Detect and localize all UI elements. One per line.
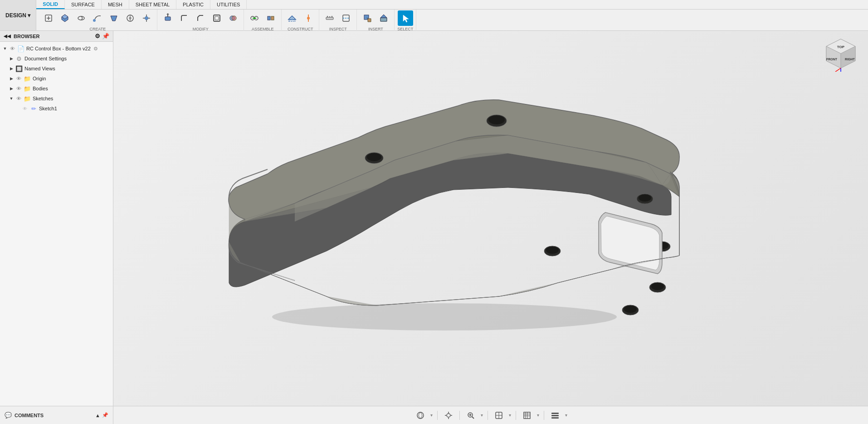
tree-item-root[interactable]: ▼ 👁 📄 RC Control Box - Bottom v22 ⚙	[0, 44, 113, 54]
tree-item-sketches[interactable]: ▼ 👁 📁 Sketches	[0, 94, 113, 104]
display-mode-btn[interactable]	[493, 409, 505, 422]
toolbar-tabs: SOLID SURFACE MESH SHEET METAL PLASTIC U…	[36, 0, 868, 30]
combine-btn[interactable]	[225, 10, 241, 26]
loft-btn[interactable]	[106, 10, 122, 26]
grid-btn[interactable]	[521, 409, 533, 422]
sketches-eye[interactable]: 👁	[15, 95, 22, 102]
bodies-folder-icon: 📁	[24, 85, 31, 92]
separator1	[437, 411, 438, 420]
doc-settings-arrow: ▶	[8, 55, 15, 62]
comments-pin-icon[interactable]: 📌	[102, 412, 108, 418]
insert-mesh-btn[interactable]	[376, 10, 391, 26]
sketches-label: Sketches	[33, 96, 53, 101]
named-views-arrow: ▶	[8, 65, 15, 72]
svg-point-49	[639, 194, 651, 202]
svg-text:FRONT: FRONT	[826, 58, 838, 61]
press-pull-btn[interactable]	[160, 10, 176, 26]
sketches-folder-icon: 📁	[24, 95, 31, 102]
svg-point-45	[488, 115, 505, 124]
svg-point-5	[78, 16, 84, 20]
svg-point-11	[145, 16, 148, 20]
as-built-joint-btn[interactable]	[263, 10, 278, 26]
section-analysis-btn[interactable]	[338, 10, 354, 26]
svg-point-43	[272, 303, 617, 330]
construct-axis-btn[interactable]	[301, 10, 316, 26]
browser-settings-icon[interactable]: ⚙	[95, 33, 100, 39]
select-btn[interactable]	[398, 10, 413, 26]
orbit-btn[interactable]	[414, 409, 427, 422]
tree-item-bodies[interactable]: ▶ 👁 📁 Bodies	[0, 84, 113, 94]
comments-expand-icon[interactable]: ▲	[95, 413, 100, 418]
tab-solid[interactable]: SOLID	[36, 0, 65, 9]
bodies-label: Bodies	[33, 86, 48, 91]
origin-folder-icon: 📁	[24, 75, 31, 82]
viewport[interactable]: TOP FRONT RIGHT Z	[113, 31, 868, 406]
doc-settings-icon: ⚙	[15, 55, 23, 62]
design-button[interactable]: DESIGN ▾	[0, 0, 36, 30]
create-group: CREATE	[38, 10, 157, 32]
new-component-btn[interactable]	[41, 10, 56, 26]
pan-btn[interactable]	[442, 409, 455, 422]
root-settings-icon[interactable]: ⚙	[93, 46, 98, 52]
tab-plastic[interactable]: PLASTIC	[176, 0, 210, 9]
tree-item-doc-settings[interactable]: ▶ ⚙ Document Settings	[0, 54, 113, 64]
origin-label: Origin	[33, 76, 46, 81]
svg-rect-90	[551, 417, 559, 419]
svg-rect-83	[524, 412, 530, 419]
svg-line-69	[835, 68, 841, 72]
shell-btn[interactable]	[209, 10, 224, 26]
joint-btn[interactable]	[247, 10, 262, 26]
comments-icon: 💬	[5, 412, 12, 419]
browser-tree: ▼ 👁 📄 RC Control Box - Bottom v22 ⚙ ▶ ⚙ …	[0, 42, 113, 115]
bodies-eye[interactable]: 👁	[15, 85, 22, 92]
move-btn[interactable]	[139, 10, 154, 26]
tree-item-named-views[interactable]: ▶ 🔲 Named Views	[0, 64, 113, 74]
svg-point-22	[232, 16, 236, 20]
root-eye[interactable]: 👁	[9, 45, 15, 52]
tab-surface[interactable]: SURFACE	[65, 0, 102, 9]
viewcube[interactable]: TOP FRONT RIGHT Z	[823, 35, 859, 72]
tab-sheet-metal[interactable]: SHEET METAL	[129, 0, 176, 9]
tab-mesh[interactable]: MESH	[102, 0, 129, 9]
chamfer-btn[interactable]	[193, 10, 208, 26]
view-options-dropdown[interactable]: ▾	[565, 413, 567, 418]
svg-rect-27	[271, 16, 274, 20]
browser-header: ◀◀ BROWSER ⚙ 📌	[0, 31, 113, 42]
viewport-controls: ▾ ▾ ▾ ▾ ▾	[113, 409, 868, 422]
statusbar: 💬 COMMENTS ▲ 📌 ▾ ▾ ▾ ▾	[0, 406, 868, 424]
orbit-dropdown[interactable]: ▾	[430, 413, 433, 418]
zoom-extents-btn[interactable]	[464, 409, 477, 422]
grid-dropdown[interactable]: ▾	[537, 413, 539, 418]
tree-item-sketch1[interactable]: 👁 ✏ Sketch1	[0, 104, 113, 113]
zoom-dropdown[interactable]: ▾	[481, 413, 483, 418]
separator3	[488, 411, 488, 420]
svg-point-51	[546, 247, 559, 254]
construct-group: CONSTRUCT	[282, 10, 319, 32]
insert-derive-btn[interactable]	[360, 10, 375, 26]
svg-rect-32	[326, 17, 333, 20]
svg-point-71	[447, 414, 450, 417]
measure-btn[interactable]	[322, 10, 337, 26]
browser-pin-icon[interactable]: 📌	[102, 33, 109, 39]
modify-group: MODIFY	[157, 10, 244, 32]
extrude-btn[interactable]	[57, 10, 73, 26]
browser-collapse-btn[interactable]: ◀◀	[4, 34, 11, 39]
comments-panel[interactable]: 💬 COMMENTS ▲ 📌	[0, 406, 113, 424]
mirror-btn[interactable]	[122, 10, 138, 26]
view-options-btn[interactable]	[549, 409, 561, 422]
sketch1-eye[interactable]: 👁	[22, 105, 28, 112]
offset-plane-btn[interactable]	[284, 10, 300, 26]
bodies-arrow: ▶	[8, 85, 15, 92]
insert-group: INSERT	[357, 10, 395, 32]
inspect-group: INSPECT	[319, 10, 357, 32]
revolve-btn[interactable]	[73, 10, 89, 26]
origin-eye[interactable]: 👁	[15, 75, 22, 82]
sweep-btn[interactable]	[90, 10, 105, 26]
tab-utilities[interactable]: UTILITIES	[210, 0, 247, 9]
svg-point-31	[307, 17, 310, 20]
svg-rect-41	[380, 18, 387, 21]
display-dropdown[interactable]: ▾	[509, 413, 511, 418]
tree-item-origin[interactable]: ▶ 👁 📁 Origin	[0, 74, 113, 84]
assemble-group: ASSEMBLE	[244, 10, 282, 32]
fillet-btn[interactable]	[176, 10, 192, 26]
